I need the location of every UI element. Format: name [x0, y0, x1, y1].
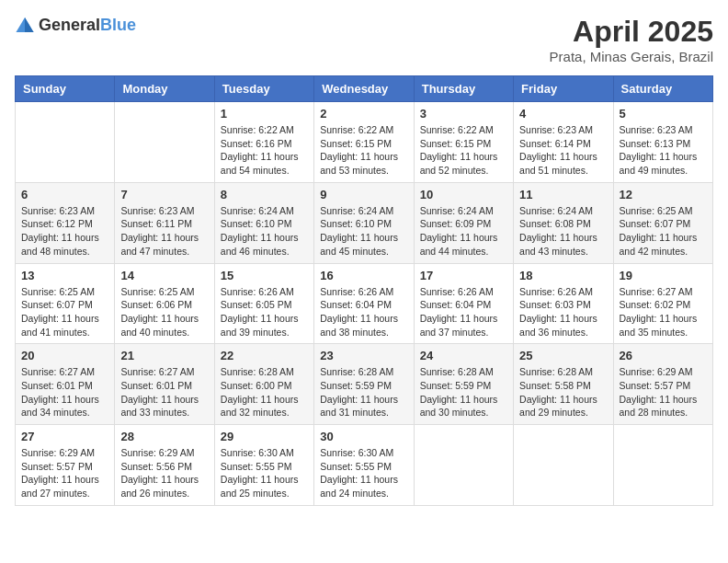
day-number: 23 [320, 349, 407, 362]
day-number: 11 [519, 188, 607, 201]
day-number: 2 [320, 107, 407, 121]
calendar-week-row: 1Sunrise: 6:22 AMSunset: 6:16 PMDaylight… [16, 102, 713, 183]
calendar-cell: 22Sunrise: 6:28 AMSunset: 6:00 PMDayligh… [214, 344, 313, 425]
page-header: GeneralBlue April 2025 Prata, Minas Gera… [15, 15, 713, 64]
calendar-cell: 8Sunrise: 6:24 AMSunset: 6:10 PMDaylight… [214, 182, 313, 263]
day-info: Sunrise: 6:29 AMSunset: 5:57 PMDaylight:… [620, 365, 707, 419]
calendar-cell: 3Sunrise: 6:22 AMSunset: 6:15 PMDaylight… [414, 102, 513, 183]
day-number: 24 [420, 349, 507, 362]
day-info: Sunrise: 6:25 AMSunset: 6:07 PMDaylight:… [21, 285, 108, 339]
weekday-header: Tuesday [214, 76, 313, 102]
day-info: Sunrise: 6:30 AMSunset: 5:55 PMDaylight:… [221, 446, 308, 500]
day-number: 13 [21, 269, 108, 282]
day-number: 29 [221, 430, 308, 443]
day-number: 20 [21, 349, 108, 362]
day-info: Sunrise: 6:23 AMSunset: 6:12 PMDaylight:… [21, 204, 108, 259]
calendar-header-row: SundayMondayTuesdayWednesdayThursdayFrid… [16, 76, 713, 102]
day-info: Sunrise: 6:26 AMSunset: 6:05 PMDaylight:… [221, 285, 308, 339]
day-info: Sunrise: 6:27 AMSunset: 6:02 PMDaylight:… [620, 285, 707, 339]
weekday-header: Thursday [414, 76, 513, 102]
day-info: Sunrise: 6:24 AMSunset: 6:10 PMDaylight:… [221, 204, 308, 259]
weekday-header: Wednesday [314, 76, 414, 102]
day-info: Sunrise: 6:24 AMSunset: 6:09 PMDaylight:… [420, 204, 507, 259]
calendar-cell: 17Sunrise: 6:26 AMSunset: 6:04 PMDayligh… [414, 263, 513, 344]
day-info: Sunrise: 6:29 AMSunset: 5:56 PMDaylight:… [120, 446, 208, 500]
calendar-cell: 11Sunrise: 6:24 AMSunset: 6:08 PMDayligh… [514, 182, 613, 263]
day-info: Sunrise: 6:26 AMSunset: 6:04 PMDaylight:… [320, 285, 407, 339]
weekday-header: Saturday [613, 76, 712, 102]
day-number: 10 [420, 188, 507, 201]
calendar-cell: 4Sunrise: 6:23 AMSunset: 6:14 PMDaylight… [514, 102, 613, 183]
logo-icon [15, 15, 35, 35]
day-info: Sunrise: 6:22 AMSunset: 6:16 PMDaylight:… [221, 123, 308, 178]
day-number: 1 [221, 107, 308, 121]
day-info: Sunrise: 6:28 AMSunset: 5:58 PMDaylight:… [519, 365, 607, 419]
day-info: Sunrise: 6:23 AMSunset: 6:13 PMDaylight:… [620, 123, 707, 178]
calendar-cell: 26Sunrise: 6:29 AMSunset: 5:57 PMDayligh… [613, 344, 712, 425]
calendar-cell: 1Sunrise: 6:22 AMSunset: 6:16 PMDaylight… [214, 102, 313, 183]
day-number: 7 [120, 188, 208, 201]
calendar-cell [613, 425, 712, 506]
weekday-header: Monday [115, 76, 214, 102]
title-area: April 2025 Prata, Minas Gerais, Brazil [550, 15, 713, 64]
day-info: Sunrise: 6:28 AMSunset: 5:59 PMDaylight:… [320, 365, 407, 419]
day-info: Sunrise: 6:25 AMSunset: 6:07 PMDaylight:… [620, 204, 707, 259]
calendar-cell: 7Sunrise: 6:23 AMSunset: 6:11 PMDaylight… [115, 182, 214, 263]
logo-general-text: General [39, 16, 100, 34]
calendar-cell: 20Sunrise: 6:27 AMSunset: 6:01 PMDayligh… [16, 344, 115, 425]
day-number: 3 [420, 107, 507, 121]
day-info: Sunrise: 6:22 AMSunset: 6:15 PMDaylight:… [420, 123, 507, 178]
day-number: 19 [620, 269, 707, 282]
day-number: 18 [519, 269, 607, 282]
calendar-cell: 23Sunrise: 6:28 AMSunset: 5:59 PMDayligh… [314, 344, 414, 425]
calendar-cell: 14Sunrise: 6:25 AMSunset: 6:06 PMDayligh… [115, 263, 214, 344]
calendar-cell: 13Sunrise: 6:25 AMSunset: 6:07 PMDayligh… [16, 263, 115, 344]
calendar-cell [514, 425, 613, 506]
day-number: 22 [221, 349, 308, 362]
calendar-cell [16, 102, 115, 183]
day-number: 26 [620, 349, 707, 362]
day-info: Sunrise: 6:22 AMSunset: 6:15 PMDaylight:… [320, 123, 407, 178]
day-number: 17 [420, 269, 507, 282]
calendar-cell: 30Sunrise: 6:30 AMSunset: 5:55 PMDayligh… [314, 425, 414, 506]
day-info: Sunrise: 6:29 AMSunset: 5:57 PMDaylight:… [21, 446, 108, 500]
day-info: Sunrise: 6:24 AMSunset: 6:08 PMDaylight:… [519, 204, 607, 259]
logo-blue-text: Blue [100, 16, 136, 34]
day-info: Sunrise: 6:26 AMSunset: 6:03 PMDaylight:… [519, 285, 607, 339]
day-number: 21 [120, 349, 208, 362]
calendar-week-row: 13Sunrise: 6:25 AMSunset: 6:07 PMDayligh… [16, 263, 713, 344]
calendar-cell: 9Sunrise: 6:24 AMSunset: 6:10 PMDaylight… [314, 182, 414, 263]
calendar-cell: 24Sunrise: 6:28 AMSunset: 5:59 PMDayligh… [414, 344, 513, 425]
day-info: Sunrise: 6:23 AMSunset: 6:14 PMDaylight:… [519, 123, 607, 178]
day-number: 5 [620, 107, 707, 121]
calendar-cell [115, 102, 214, 183]
day-number: 28 [120, 430, 208, 443]
day-number: 15 [221, 269, 308, 282]
calendar-cell: 28Sunrise: 6:29 AMSunset: 5:56 PMDayligh… [115, 425, 214, 506]
calendar-table: SundayMondayTuesdayWednesdayThursdayFrid… [15, 75, 713, 506]
calendar-week-row: 27Sunrise: 6:29 AMSunset: 5:57 PMDayligh… [16, 425, 713, 506]
day-number: 14 [120, 269, 208, 282]
day-number: 25 [519, 349, 607, 362]
calendar-cell: 10Sunrise: 6:24 AMSunset: 6:09 PMDayligh… [414, 182, 513, 263]
weekday-header: Friday [514, 76, 613, 102]
calendar-cell: 16Sunrise: 6:26 AMSunset: 6:04 PMDayligh… [314, 263, 414, 344]
calendar-cell [414, 425, 513, 506]
calendar-week-row: 6Sunrise: 6:23 AMSunset: 6:12 PMDaylight… [16, 182, 713, 263]
day-number: 27 [21, 430, 108, 443]
day-number: 30 [320, 430, 407, 443]
day-info: Sunrise: 6:27 AMSunset: 6:01 PMDaylight:… [120, 365, 208, 419]
location-title: Prata, Minas Gerais, Brazil [550, 49, 713, 64]
calendar-cell: 21Sunrise: 6:27 AMSunset: 6:01 PMDayligh… [115, 344, 214, 425]
svg-marker-1 [25, 17, 34, 32]
logo: GeneralBlue [15, 15, 136, 35]
day-info: Sunrise: 6:27 AMSunset: 6:01 PMDaylight:… [21, 365, 108, 419]
day-number: 12 [620, 188, 707, 201]
day-number: 16 [320, 269, 407, 282]
calendar-cell: 18Sunrise: 6:26 AMSunset: 6:03 PMDayligh… [514, 263, 613, 344]
calendar-week-row: 20Sunrise: 6:27 AMSunset: 6:01 PMDayligh… [16, 344, 713, 425]
day-number: 8 [221, 188, 308, 201]
weekday-header: Sunday [16, 76, 115, 102]
day-info: Sunrise: 6:28 AMSunset: 5:59 PMDaylight:… [420, 365, 507, 419]
calendar-cell: 27Sunrise: 6:29 AMSunset: 5:57 PMDayligh… [16, 425, 115, 506]
